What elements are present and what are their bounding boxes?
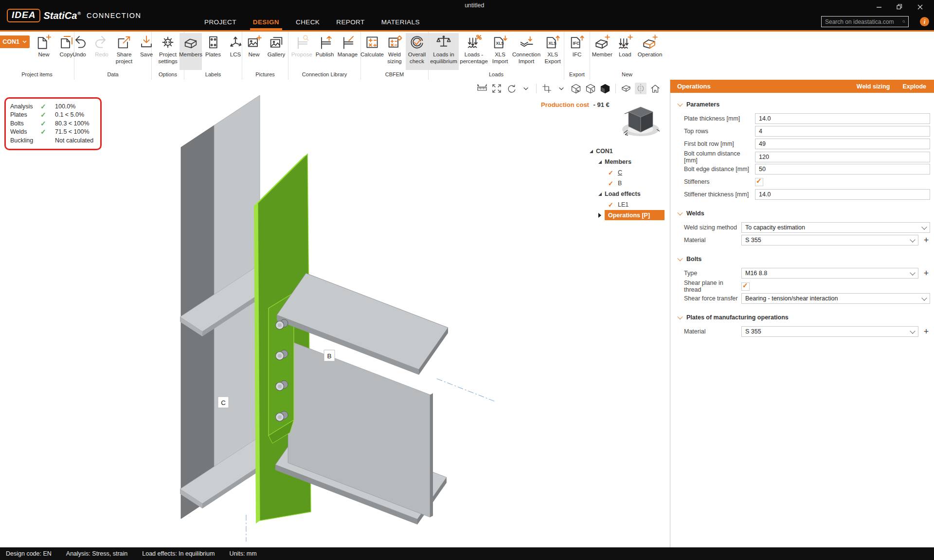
tree-node-con1[interactable]: CON1 <box>587 146 665 157</box>
tree-node-load-effects[interactable]: Load effects <box>587 189 665 199</box>
solid-view-button[interactable] <box>599 83 611 94</box>
top-rows-input[interactable]: 4 <box>755 126 930 137</box>
checked-icon[interactable]: ✓ <box>608 180 618 187</box>
checked-icon[interactable]: ✓ <box>608 201 618 209</box>
calculate-button[interactable]: Calculate <box>361 33 383 70</box>
plates-labels-toggle[interactable]: Plates <box>202 33 224 70</box>
loads-in-equilibrium-toggle[interactable]: Loads in equilibrium <box>429 33 459 70</box>
share-project-button[interactable]: Share project <box>113 33 135 70</box>
measure-button[interactable] <box>476 83 488 94</box>
ribbon-group-loads: Loads in equilibrium Loads - percentage … <box>429 32 564 80</box>
weld-material-select[interactable]: S 355 <box>741 235 918 245</box>
shear-force-transfer-select[interactable]: Bearing - tension/shear interaction <box>741 293 930 304</box>
add-plates-material-button[interactable]: + <box>922 328 930 335</box>
gallery-button[interactable]: Gallery <box>265 33 287 70</box>
tree-node-le1[interactable]: ✓ LE1 <box>587 199 665 210</box>
xls-export-button[interactable]: XLS XLS Export <box>541 33 564 70</box>
undo-button[interactable]: Undo <box>68 33 90 70</box>
first-bolt-row-input[interactable]: 49 <box>755 139 930 149</box>
new-operation-button[interactable]: Operation <box>636 33 664 70</box>
beam-web-end <box>430 393 433 517</box>
new-project-item-button[interactable]: New <box>33 33 55 70</box>
expander-open-icon[interactable] <box>590 150 593 153</box>
new-picture-button[interactable]: New <box>243 33 265 70</box>
zoom-fit-button[interactable] <box>491 83 503 94</box>
plate-thickness-input[interactable]: 14.0 <box>755 113 930 124</box>
restore-button[interactable] <box>889 1 910 13</box>
shaded-view-button[interactable] <box>585 83 596 94</box>
chevron-down-icon <box>910 270 915 275</box>
tab-design[interactable]: DESIGN <box>253 14 279 30</box>
bolt-edge-distance-input[interactable]: 50 <box>755 164 930 175</box>
expander-open-icon[interactable] <box>598 160 602 164</box>
bolt-column-distance-input[interactable]: 120 <box>755 152 930 162</box>
connection-import-button[interactable]: Connection Import <box>511 33 541 70</box>
section-bolts[interactable]: Bolts <box>678 254 930 264</box>
param-row-bolt-column-distance: Bolt column distance [mm] 120 <box>678 150 930 163</box>
redo-button[interactable]: Redo <box>90 33 113 70</box>
3d-model-scene[interactable]: C B <box>0 80 670 547</box>
section-collapse-icon[interactable] <box>677 101 683 106</box>
tree-node-member-c[interactable]: ✓ C <box>587 167 665 178</box>
new-load-button[interactable]: Load <box>614 33 636 70</box>
ifc-export-button[interactable]: IFC IFC <box>566 33 588 70</box>
overall-check-button[interactable]: Overall check <box>406 33 428 70</box>
add-bolt-type-button[interactable]: + <box>922 269 930 277</box>
propose-button[interactable]: Propose <box>290 33 314 70</box>
section-plates-ops[interactable]: Plates of manufacturing operations <box>678 313 930 322</box>
rotate-options-dropdown[interactable] <box>520 83 532 94</box>
wireframe-view-button[interactable] <box>570 83 582 94</box>
section-crop-button[interactable] <box>541 83 553 94</box>
tab-report[interactable]: REPORT <box>336 14 364 30</box>
checked-icon[interactable]: ✓ <box>608 169 618 176</box>
shear-plane-checkbox[interactable]: ✓ <box>741 282 750 291</box>
add-weld-material-button[interactable]: + <box>922 236 930 244</box>
home-view-button[interactable] <box>649 83 661 94</box>
section-collapse-icon[interactable] <box>677 256 683 261</box>
overall-check-icon <box>408 34 426 51</box>
expander-open-icon[interactable] <box>598 192 602 196</box>
con1-dropdown[interactable]: CON1 <box>0 35 30 48</box>
tab-materials[interactable]: MATERIALS <box>381 14 420 30</box>
mirror-view-button[interactable] <box>635 83 647 94</box>
expander-closed-icon[interactable] <box>598 213 601 218</box>
clip-view-button[interactable] <box>620 83 632 94</box>
operations-selected-item[interactable]: Operations [P] <box>605 210 665 220</box>
section-welds[interactable]: Welds <box>678 209 930 218</box>
stiffeners-checkbox[interactable]: ✓ <box>755 178 763 186</box>
3d-viewport[interactable]: C B Production cost - 91 € Analysis ✓ 10… <box>0 80 670 547</box>
tab-project[interactable]: PROJECT <box>204 14 236 30</box>
plates-ops-material-select[interactable]: S 355 <box>741 326 918 337</box>
search-input[interactable] <box>822 18 902 25</box>
xls-import-button[interactable]: XLS XLS Import <box>489 33 511 70</box>
close-button[interactable] <box>910 1 930 13</box>
crop-options-dropdown[interactable] <box>556 83 567 94</box>
tree-node-members[interactable]: Members <box>587 157 665 167</box>
tree-node-member-b[interactable]: ✓ B <box>587 178 665 189</box>
new-member-button[interactable]: Member <box>591 33 614 70</box>
section-collapse-icon[interactable] <box>677 210 683 215</box>
publish-button[interactable]: Publish <box>314 33 336 70</box>
shaded-cube-icon <box>585 83 596 94</box>
minimize-button[interactable] <box>869 1 889 13</box>
tree-node-operations[interactable]: Operations [P] <box>587 210 665 221</box>
view-cube[interactable] <box>619 104 663 142</box>
members-labels-toggle[interactable]: Members <box>180 33 202 70</box>
production-cost-value: - 91 € <box>593 101 610 108</box>
loads-percentage-button[interactable]: Loads - percentage <box>459 33 489 70</box>
weld-sizing-method-select[interactable]: To capacity estimation <box>741 222 930 233</box>
status-bar: Design code: EN Analysis: Stress, strain… <box>0 547 934 560</box>
search-box[interactable] <box>821 16 909 27</box>
section-parameters[interactable]: Parameters <box>678 100 930 109</box>
tab-check[interactable]: CHECK <box>296 14 320 30</box>
check-pass-icon: ✓ <box>40 111 55 119</box>
section-collapse-icon[interactable] <box>677 314 683 319</box>
info-button[interactable]: i <box>920 17 929 26</box>
weld-sizing-action-button[interactable]: Weld sizing <box>857 83 890 90</box>
rotate-view-button[interactable] <box>505 83 517 94</box>
stiffener-thickness-input[interactable]: 14.0 <box>755 189 930 200</box>
weld-sizing-button[interactable]: Weld sizing <box>383 33 406 70</box>
manage-button[interactable]: Manage <box>336 33 359 70</box>
explode-action-button[interactable]: Explode <box>902 83 926 90</box>
bolt-type-select[interactable]: M16 8.8 <box>741 268 918 279</box>
